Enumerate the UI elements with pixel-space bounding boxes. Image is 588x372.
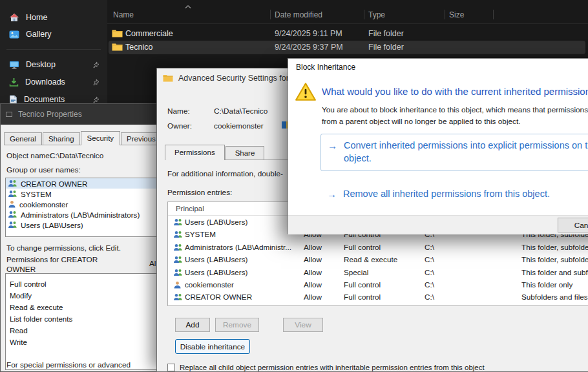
tab-permissions[interactable]: Permissions [165, 145, 225, 160]
properties-title-bar[interactable]: Tecnico Properties [1, 104, 166, 125]
table-row[interactable]: Users (LAB\Users) Allow Read & execute C… [168, 253, 588, 265]
permission-item[interactable]: List folder contents [6, 313, 158, 324]
disable-inheritance-button[interactable]: Disable inheritance [175, 339, 250, 354]
file-row-tecnico[interactable]: Tecnico 9/24/2025 9:37 PM File folder [109, 41, 585, 54]
header-principal[interactable]: Principal [176, 205, 204, 212]
cancel-button[interactable]: Cancel [558, 218, 588, 232]
command-link-arrow-icon: → [328, 140, 337, 152]
replace-permissions-checkbox[interactable] [167, 364, 175, 371]
permission-item[interactable]: Write [6, 336, 158, 347]
permission-item[interactable]: Full control [6, 278, 158, 289]
cell-access: Full control [344, 243, 381, 251]
convert-permissions-option[interactable]: → Convert inherited permissions into exp… [320, 134, 588, 171]
file-type: File folder [368, 29, 404, 38]
column-header-date[interactable]: Date modified [275, 10, 322, 19]
remove-button[interactable]: Remove [215, 318, 259, 332]
column-divider[interactable] [445, 10, 445, 19]
warning-icon [295, 82, 317, 101]
group-item[interactable]: CREATOR OWNER [6, 178, 158, 189]
tab-security[interactable]: Security [81, 131, 121, 145]
table-row[interactable]: Administrators (LAB\Administr... Allow F… [168, 241, 588, 253]
group-item[interactable]: Users (LAB\Users) [6, 220, 158, 230]
sidebar-item-desktop[interactable]: Desktop [3, 56, 105, 73]
cell-principal: SYSTEM [185, 230, 216, 238]
header-divider [107, 23, 588, 24]
table-row[interactable]: cookiemonster Allow Full control C:\ Thi… [168, 278, 588, 291]
object-name-value: C:\Data\Tecnico [50, 151, 103, 160]
cell-principal: Users (LAB\Users) [185, 255, 247, 264]
pin-icon [92, 61, 100, 68]
advanced-hint: For special permissions or advanced sett… [6, 360, 156, 372]
tab-sharing[interactable]: Sharing [43, 132, 80, 145]
sort-ascending-icon [185, 5, 191, 8]
block-body-text: You are about to block inheritance to th… [322, 104, 588, 128]
user-icon [173, 281, 182, 289]
group-icon [173, 269, 183, 276]
downloads-icon [9, 78, 19, 87]
table-row[interactable]: Users (LAB\Users) Allow Special C:\ This… [168, 266, 588, 278]
column-header-type[interactable]: Type [368, 10, 385, 19]
sidebar-item-downloads[interactable]: Downloads [3, 74, 105, 90]
tab-general[interactable]: General [4, 132, 42, 145]
column-divider[interactable] [364, 10, 364, 19]
command-link-arrow-icon: → [327, 188, 337, 201]
group-icon [173, 231, 183, 238]
group-item[interactable]: SYSTEM [6, 189, 158, 199]
dialog-icon [5, 110, 13, 118]
cell-principal: Administrators (LAB\Administr... [185, 243, 291, 251]
group-name: SYSTEM [21, 190, 52, 198]
add-button[interactable]: Add [175, 318, 210, 332]
groups-label: Group or user names: [6, 165, 81, 174]
properties-title: Tecnico Properties [18, 110, 82, 119]
permission-item[interactable]: Modify [6, 289, 158, 301]
sidebar-item-gallery[interactable]: Gallery [3, 26, 105, 43]
file-date: 9/24/2025 9:37 PM [275, 43, 343, 52]
file-name: Commerciale [125, 29, 173, 38]
table-row[interactable]: CREATOR OWNER Allow Full control C:\ Sub… [168, 291, 588, 303]
permission-item[interactable]: Read [6, 324, 158, 336]
permissions-label: Permissions for CREATOR OWNER [6, 255, 110, 275]
object-name-label: Object name: [6, 151, 52, 160]
name-value: C:\Data\Tecnico [214, 107, 268, 116]
tab-share[interactable]: Share [226, 146, 265, 160]
cell-applies-to: This folder and subfolders [521, 268, 588, 276]
block-title-bar[interactable]: Block Inheritance [288, 59, 588, 76]
group-name: cookiemonster [19, 200, 68, 209]
cell-principal: Users (LAB\Users) [185, 268, 247, 276]
remove-permissions-option[interactable]: → Remove all inherited permissions from … [320, 183, 588, 206]
view-button[interactable]: View [283, 318, 323, 332]
file-date: 9/24/2025 9:11 PM [275, 29, 342, 38]
block-title: Block Inheritance [296, 63, 355, 72]
home-icon [9, 13, 19, 22]
group-icon [173, 243, 183, 251]
permission-item[interactable]: Read & execute [6, 301, 158, 313]
column-divider[interactable] [270, 10, 271, 19]
cell-applies-to: This folder, subfolders and files [521, 243, 588, 251]
group-item[interactable]: Administrators (LAB\Administrators) [6, 209, 158, 220]
group-item[interactable]: cookiemonster [6, 199, 158, 209]
cell-access: Special [344, 268, 368, 276]
group-icon [173, 256, 183, 264]
file-row-commerciale[interactable]: Commerciale 9/24/2025 9:11 PM File folde… [109, 27, 585, 41]
entries-label: Permission entries: [167, 188, 232, 197]
pin-icon [92, 96, 100, 103]
folder-icon [163, 74, 173, 82]
info-text: For additional information, double- [167, 169, 283, 178]
sidebar-item-label: Home [26, 13, 47, 22]
name-label: Name: [167, 107, 190, 116]
sidebar-item-label: Documents [24, 95, 65, 104]
column-header-name[interactable]: Name [113, 10, 134, 19]
properties-dialog: Tecnico Properties General Sharing Secur… [0, 103, 167, 372]
sidebar-item-home[interactable]: Home [3, 9, 105, 26]
cell-type: Allow [304, 268, 322, 276]
advanced-title: Advanced Security Settings for Te [178, 74, 299, 83]
column-header-size[interactable]: Size [449, 10, 464, 19]
cell-applies-to: This folder, subfolders and files [521, 255, 588, 264]
cell-applies-to: Subfolders and files only [521, 293, 588, 301]
permission-list: Full control Modify Read & execute List … [5, 273, 158, 370]
column-divider[interactable] [493, 10, 494, 19]
cell-principal: cookiemonster [185, 280, 234, 289]
group-icon [8, 180, 17, 187]
allow-column-label: Al [149, 259, 156, 268]
convert-permissions-label: Convert inherited permissions into expli… [344, 140, 588, 165]
